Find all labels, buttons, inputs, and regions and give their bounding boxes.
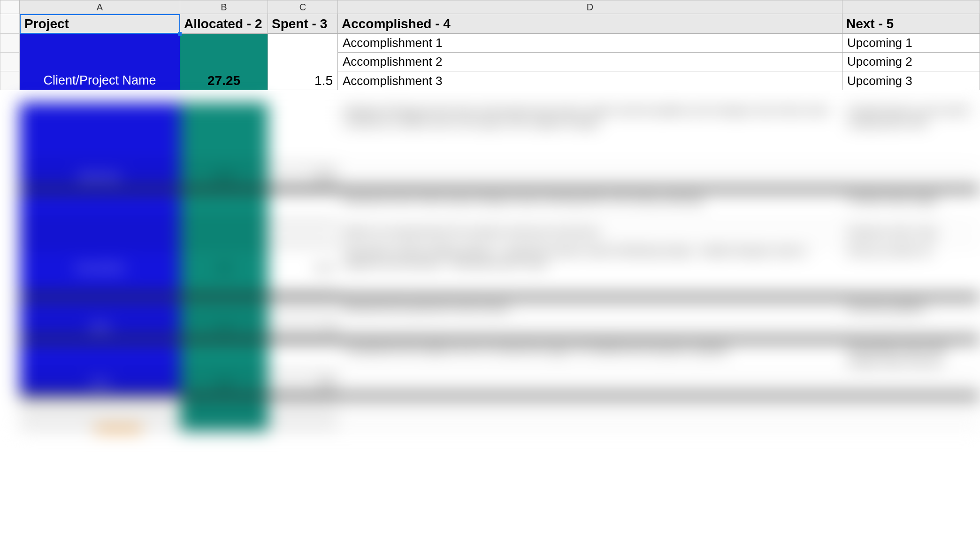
cell-allocated-value[interactable]: 27.25 [180,71,268,90]
cell-next-header[interactable]: Next - 5 [842,14,980,34]
selection-handle[interactable] [178,32,182,36]
cell-project-merged[interactable] [20,34,180,53]
column-header-c[interactable]: C [268,0,338,14]
column-headers-row: A B C D [0,0,980,14]
cell-accomplishment-1[interactable]: Accomplishment 1 [338,34,842,53]
column-header-b[interactable]: B [180,0,268,14]
cell-spent-header[interactable]: Spent - 3 [268,14,338,34]
select-all-corner[interactable] [0,0,20,14]
cell-project-header[interactable]: Project [20,14,180,34]
spreadsheet: A B C D Project Allocated - 2 Spent - 3 … [0,0,980,90]
cell-allocated-merged[interactable] [180,53,268,71]
row-header-1[interactable] [0,14,20,34]
cell-upcoming-3[interactable]: Upcoming 3 [842,71,980,90]
row-header-3[interactable] [0,53,20,71]
cell-spent-merged[interactable] [268,34,338,53]
cell-spent-merged[interactable] [268,53,338,71]
data-row-3: Client/Project Name 27.25 1.5 Accomplish… [0,71,980,90]
column-header-d[interactable]: D [338,0,842,14]
cell-accomplished-header[interactable]: Accomplished - 4 [338,14,842,34]
header-row: Project Allocated - 2 Spent - 3 Accompli… [0,14,980,34]
data-row-2: Accomplishment 2 Upcoming 2 [0,53,980,71]
cell-upcoming-2[interactable]: Upcoming 2 [842,53,980,71]
cell-upcoming-1[interactable]: Upcoming 1 [842,34,980,53]
row-header-2[interactable] [0,34,20,53]
cell-project-name[interactable]: Client/Project Name [20,71,180,90]
cell-accomplishment-3[interactable]: Accomplishment 3 [338,71,842,90]
row-header-4[interactable] [0,71,20,90]
cell-project-merged[interactable] [20,53,180,71]
data-row-1: Accomplishment 1 Upcoming 1 [0,34,980,53]
column-header-e[interactable] [842,0,980,14]
cell-allocated-header[interactable]: Allocated - 2 [180,14,268,34]
cell-allocated-merged[interactable] [180,34,268,53]
cell-accomplishment-2[interactable]: Accomplishment 2 [338,53,842,71]
cell-spent-value[interactable]: 1.5 [268,71,338,90]
column-header-a[interactable]: A [20,0,180,14]
